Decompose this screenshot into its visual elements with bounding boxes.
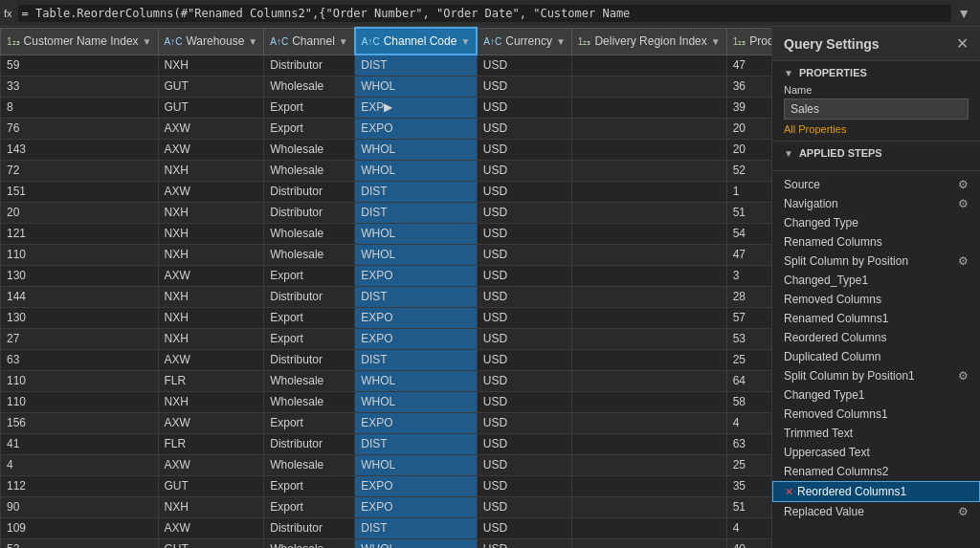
- table-row[interactable]: 4AXWWholesaleWHOLUSD25: [1, 454, 772, 475]
- formula-expand-button[interactable]: ▼: [951, 4, 976, 23]
- table-row[interactable]: 76AXWExportEXPOUSD20: [1, 118, 772, 139]
- column-filter-icon[interactable]: ▼: [248, 36, 257, 47]
- column-header-channel_code[interactable]: A↑CChannel Code▼: [355, 28, 478, 55]
- column-filter-icon[interactable]: ▼: [339, 36, 348, 47]
- table-cell-delivery_region_index: [571, 454, 726, 475]
- step-item-split_column_by_position[interactable]: Split Column by Position⚙: [772, 252, 980, 271]
- column-type-icon: A↑C: [362, 36, 380, 47]
- close-icon[interactable]: ✕: [956, 34, 969, 53]
- properties-section-header[interactable]: ▼ PROPERTIES: [784, 67, 969, 78]
- table-row[interactable]: 143AXWWholesaleWHOLUSD20: [1, 139, 772, 160]
- all-properties-link[interactable]: All Properties: [784, 123, 969, 135]
- step-gear-icon[interactable]: ⚙: [958, 505, 969, 518]
- table-row[interactable]: 109AXWDistributorDISTUSD4: [1, 517, 772, 538]
- table-row[interactable]: 130AXWExportEXPOUSD3: [1, 265, 772, 286]
- table-cell-delivery_region_index: [571, 244, 726, 265]
- step-gear-icon[interactable]: ⚙: [958, 369, 969, 383]
- table-cell-delivery_region_index: [571, 370, 726, 391]
- table-row[interactable]: 121NXHWholesaleWHOLUSD54: [1, 223, 772, 244]
- table-cell-customer_name_index: 59: [1, 55, 159, 76]
- column-header-warehouse[interactable]: A↑CWarehouse▼: [158, 28, 264, 55]
- table-row[interactable]: 110NXHWholesaleWHOLUSD47: [1, 244, 772, 265]
- table-cell-currency: USD: [477, 496, 571, 517]
- table-cell-customer_name_index: 151: [1, 181, 159, 202]
- table-cell-customer_name_index: 52: [1, 538, 159, 548]
- table-row[interactable]: 8GUTExportEXP▶USD39: [1, 97, 772, 118]
- table-scroll[interactable]: 1₂₃Customer Name Index▼A↑CWarehouse▼A↑CC…: [0, 27, 771, 548]
- step-item-split_column_by_position1[interactable]: Split Column by Position1⚙: [772, 366, 980, 385]
- step-item-changed_type[interactable]: Changed Type: [772, 213, 980, 232]
- table-cell-delivery_region_index: [571, 118, 726, 139]
- table-cell-warehouse: NXH: [158, 160, 264, 181]
- table-cell-product: 20: [726, 118, 771, 139]
- table-cell-product: 64: [726, 370, 771, 391]
- table-row[interactable]: 151AXWDistributorDISTUSD1: [1, 181, 772, 202]
- table-cell-product: 1: [726, 181, 771, 202]
- table-cell-product: 53: [726, 328, 771, 349]
- table-cell-channel_code: WHOL: [355, 139, 478, 160]
- table-cell-warehouse: AXW: [158, 412, 264, 433]
- table-row[interactable]: 110NXHWholesaleWHOLUSD58: [1, 391, 772, 412]
- step-item-removed_columns1[interactable]: Removed Columns1: [772, 405, 980, 424]
- column-header-delivery_region_index[interactable]: 1₂₃Delivery Region Index▼: [571, 28, 726, 55]
- table-row[interactable]: 20NXHDistributorDISTUSD51: [1, 202, 772, 223]
- table-row[interactable]: 52GUTWholesaleWHOLUSD40: [1, 538, 772, 548]
- step-item-removed_columns[interactable]: Removed Columns: [772, 290, 980, 309]
- step-item-changed_type1[interactable]: Changed_Type1: [772, 271, 980, 290]
- table-cell-channel: Export: [264, 97, 355, 118]
- column-header-channel[interactable]: A↑CChannel▼: [264, 28, 355, 55]
- table-cell-product: 4: [726, 412, 771, 433]
- step-item-replaced_value[interactable]: Replaced Value⚙: [772, 502, 980, 521]
- table-cell-channel: Wholesale: [264, 538, 355, 548]
- column-type-icon: 1₂₃: [733, 36, 746, 47]
- table-cell-customer_name_index: 156: [1, 412, 159, 433]
- table-row[interactable]: 72NXHWholesaleWHOLUSD52: [1, 160, 772, 181]
- table-row[interactable]: 33GUTWholesaleWHOLUSD36: [1, 76, 772, 97]
- column-filter-icon[interactable]: ▼: [711, 36, 721, 47]
- table-cell-channel: Wholesale: [264, 244, 355, 265]
- table-row[interactable]: 130NXHExportEXPOUSD57: [1, 307, 772, 328]
- step-gear-icon[interactable]: ⚙: [958, 197, 969, 210]
- step-item-renamed_columns[interactable]: Renamed Columns: [772, 232, 980, 252]
- step-item-changed_type1b[interactable]: Changed Type1: [772, 385, 980, 405]
- step-gear-icon[interactable]: ⚙: [958, 254, 969, 268]
- step-item-duplicated_column[interactable]: Duplicated Column: [772, 347, 980, 366]
- table-row[interactable]: 63AXWDistributorDISTUSD25: [1, 349, 772, 370]
- table-cell-currency: USD: [477, 475, 571, 496]
- step-item-renamed_columns2[interactable]: Renamed Columns2: [772, 462, 980, 481]
- table-row[interactable]: 41FLRDistributorDISTUSD63: [1, 433, 772, 454]
- column-filter-icon[interactable]: ▼: [460, 36, 470, 47]
- step-item-reordered_columns1[interactable]: ✕Reordered Columns1: [772, 481, 980, 502]
- table-cell-product: 25: [726, 454, 771, 475]
- table-cell-channel: Wholesale: [264, 370, 355, 391]
- table-row[interactable]: 59NXHDistributorDISTUSD47: [1, 55, 772, 76]
- table-row[interactable]: 112GUTExportEXPOUSD35: [1, 475, 772, 496]
- column-header-product[interactable]: 1₂₃Product: [726, 28, 771, 55]
- table-row[interactable]: 156AXWExportEXPOUSD4: [1, 412, 772, 433]
- table-cell-channel: Wholesale: [264, 454, 355, 475]
- table-cell-product: 3: [726, 265, 771, 286]
- step-item-uppercased_text[interactable]: Uppercased Text: [772, 443, 980, 462]
- table-cell-warehouse: FLR: [158, 433, 264, 454]
- table-cell-channel_code: EXP▶: [355, 97, 478, 118]
- applied-steps-header[interactable]: ▼ APPLIED STEPS: [784, 147, 969, 159]
- table-cell-delivery_region_index: [571, 328, 726, 349]
- step-item-reordered_columns[interactable]: Reordered Columns: [772, 328, 980, 347]
- table-row[interactable]: 110FLRWholesaleWHOLUSD64: [1, 370, 772, 391]
- column-type-icon: 1₂₃: [7, 36, 20, 47]
- step-item-trimmed_text[interactable]: Trimmed Text: [772, 424, 980, 443]
- step-item-navigation[interactable]: Navigation⚙: [772, 194, 980, 213]
- column-filter-icon[interactable]: ▼: [556, 36, 566, 47]
- step-item-renamed_columns1[interactable]: Renamed Columns1: [772, 309, 980, 328]
- table-row[interactable]: 27NXHExportEXPOUSD53: [1, 328, 772, 349]
- column-header-customer_name_index[interactable]: 1₂₃Customer Name Index▼: [1, 28, 159, 55]
- formula-input[interactable]: [18, 5, 952, 22]
- step-item-source[interactable]: Source⚙: [772, 175, 980, 194]
- step-gear-icon[interactable]: ⚙: [958, 178, 969, 191]
- name-label: Name: [784, 84, 969, 96]
- table-row[interactable]: 144NXHDistributorDISTUSD28: [1, 286, 772, 307]
- table-row[interactable]: 90NXHExportEXPOUSD51: [1, 496, 772, 517]
- name-input[interactable]: [784, 99, 969, 120]
- column-header-currency[interactable]: A↑CCurrency▼: [477, 28, 571, 55]
- column-filter-icon[interactable]: ▼: [143, 36, 152, 47]
